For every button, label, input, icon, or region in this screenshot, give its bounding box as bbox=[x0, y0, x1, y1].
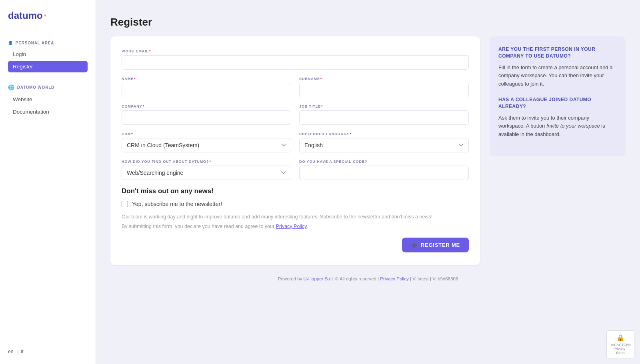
name-label: NAME* bbox=[122, 77, 291, 81]
newsletter-checkbox[interactable] bbox=[122, 201, 128, 207]
u-hopper-link[interactable]: U-Hopper S.r.l. bbox=[304, 276, 334, 281]
recaptcha-text: reCAPTCHAPrivacy · Terms bbox=[611, 343, 631, 355]
sidebar-item-login[interactable]: Login bbox=[8, 48, 88, 60]
company-input[interactable] bbox=[122, 110, 291, 125]
newsletter-section: Don't miss out on any news! Yep, subscri… bbox=[122, 187, 469, 230]
sidebar-item-website[interactable]: Website bbox=[8, 94, 88, 105]
crm-language-row: CRM* CRM in Cloud (TeamSystem) Salesforc… bbox=[122, 132, 469, 152]
crm-label: CRM* bbox=[122, 132, 291, 136]
name-surname-row: NAME* SURNAME* bbox=[122, 77, 469, 97]
logo: datumo· bbox=[8, 10, 88, 22]
datumo-world-section: 🌐 DATUMO WORLD bbox=[8, 84, 88, 90]
language-switcher: en | it bbox=[8, 341, 88, 354]
howfound-specialcode-row: HOW DID YOU FIND OUT ABOUT DATUMO?* Web/… bbox=[122, 160, 469, 180]
info-panel: ARE YOU THE FIRST PERSON IN YOUR COMPANY… bbox=[490, 36, 626, 156]
special-code-group: DO YOU HAVE A SPECIAL CODE? bbox=[299, 160, 469, 180]
work-email-group: WORK EMAIL* bbox=[122, 49, 469, 70]
newsletter-title: Don't miss out on any news! bbox=[122, 187, 469, 195]
work-email-input[interactable] bbox=[122, 55, 469, 70]
company-label: COMPANY* bbox=[122, 104, 291, 108]
logo-text: datumo bbox=[8, 10, 43, 21]
crm-select[interactable]: CRM in Cloud (TeamSystem) Salesforce Hub… bbox=[122, 138, 291, 152]
job-title-input[interactable] bbox=[299, 110, 469, 125]
form-footer: ➕ REGISTER ME bbox=[122, 238, 469, 252]
sidebar-item-documentation[interactable]: Documentation bbox=[8, 106, 88, 118]
main-content: Register WORK EMAIL* NAME* bbox=[96, 0, 640, 364]
globe-icon: 🌐 bbox=[8, 84, 15, 90]
newsletter-checkbox-row: Yep, subscribe me to the newsletter! bbox=[122, 201, 469, 207]
content-area: WORK EMAIL* NAME* SURNAME* bbox=[110, 36, 626, 265]
special-code-input[interactable] bbox=[299, 166, 469, 180]
logo-dot: · bbox=[44, 10, 47, 22]
preferred-language-label: PREFERRED LANGUAGE* bbox=[299, 132, 469, 136]
sidebar-item-register[interactable]: Register bbox=[8, 61, 88, 72]
name-group: NAME* bbox=[122, 77, 291, 97]
newsletter-description-2: By submitting this form, you declare you… bbox=[122, 222, 469, 230]
page-title: Register bbox=[110, 16, 626, 28]
info-box: ARE YOU THE FIRST PERSON IN YOUR COMPANY… bbox=[490, 36, 626, 156]
sidebar: datumo· 👤 PERSONAL AREA Login Register 🌐… bbox=[0, 0, 96, 364]
page-footer: Powered by U-Hopper S.r.l. © All rights … bbox=[110, 276, 626, 281]
privacy-policy-link[interactable]: Privacy Policy bbox=[276, 224, 307, 229]
footer-privacy-policy-link[interactable]: Privacy Policy bbox=[380, 276, 409, 281]
lang-en[interactable]: en bbox=[8, 349, 13, 354]
company-jobtitle-row: COMPANY* JOB TITLE* bbox=[122, 104, 469, 125]
name-input[interactable] bbox=[122, 83, 291, 97]
language-group: PREFERRED LANGUAGE* English Italiano bbox=[299, 132, 469, 152]
surname-group: SURNAME* bbox=[299, 77, 469, 97]
job-title-label: JOB TITLE* bbox=[299, 104, 469, 108]
special-code-label: DO YOU HAVE A SPECIAL CODE? bbox=[299, 160, 469, 164]
job-title-group: JOB TITLE* bbox=[299, 104, 469, 125]
how-found-label: HOW DID YOU FIND OUT ABOUT DATUMO?* bbox=[122, 160, 291, 164]
crm-group: CRM* CRM in Cloud (TeamSystem) Salesforc… bbox=[122, 132, 291, 152]
lang-it[interactable]: it bbox=[21, 349, 23, 354]
personal-area-section: 👤 PERSONAL AREA bbox=[8, 41, 88, 45]
surname-label: SURNAME* bbox=[299, 77, 469, 81]
surname-input[interactable] bbox=[299, 83, 469, 97]
work-email-label: WORK EMAIL* bbox=[122, 49, 469, 53]
register-me-button[interactable]: ➕ REGISTER ME bbox=[402, 238, 469, 252]
company-group: COMPANY* bbox=[122, 104, 291, 125]
register-form-card: WORK EMAIL* NAME* SURNAME* bbox=[110, 36, 480, 265]
info-heading-2: HAS A COLLEAGUE JOINED DATUMO ALREADY? bbox=[498, 96, 617, 110]
newsletter-checkbox-label[interactable]: Yep, subscribe me to the newsletter! bbox=[132, 201, 222, 207]
recaptcha-badge: 🔒 reCAPTCHAPrivacy · Terms bbox=[606, 330, 634, 358]
lang-separator: | bbox=[16, 349, 18, 354]
newsletter-description-1: Our team is working day and night to imp… bbox=[122, 213, 469, 221]
register-me-icon: ➕ bbox=[411, 242, 418, 248]
work-email-row: WORK EMAIL* bbox=[122, 49, 469, 70]
how-found-group: HOW DID YOU FIND OUT ABOUT DATUMO?* Web/… bbox=[122, 160, 291, 180]
user-icon: 👤 bbox=[8, 41, 13, 45]
info-text-2: Ask them to invite you to their company … bbox=[498, 114, 617, 139]
info-text-1: Fill in the form to create a personal ac… bbox=[498, 64, 617, 88]
required-star: * bbox=[149, 49, 151, 53]
info-heading-1: ARE YOU THE FIRST PERSON IN YOUR COMPANY… bbox=[498, 46, 617, 60]
recaptcha-icon: 🔒 bbox=[611, 334, 630, 342]
language-select[interactable]: English Italiano bbox=[299, 138, 469, 152]
how-found-select[interactable]: Web/Searching engine Social Media Event … bbox=[122, 166, 291, 180]
